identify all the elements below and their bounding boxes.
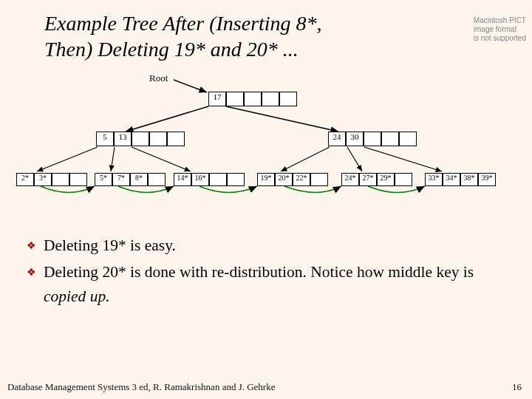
leaf-f: 33*34*38*39* bbox=[425, 173, 496, 186]
bullet-2-text: Deleting 20* is done with re-distributio… bbox=[44, 260, 514, 308]
svg-line-1 bbox=[126, 106, 208, 132]
inner-right: 2430 bbox=[328, 132, 417, 146]
root-node: 17 bbox=[208, 92, 297, 106]
inner-left: 513 bbox=[96, 132, 185, 146]
bullet-1-text: Deleting 19* is easy. bbox=[44, 233, 176, 257]
bullet-1: ❖ Deleting 19* is easy. bbox=[27, 233, 514, 257]
leaf-e: 24*27*29* bbox=[341, 173, 412, 186]
svg-line-5 bbox=[132, 147, 191, 171]
svg-line-8 bbox=[364, 147, 442, 171]
diamond-icon: ❖ bbox=[27, 265, 36, 280]
pict-placeholder: Macintosh PICTimage formatis not support… bbox=[474, 16, 526, 43]
copied-up-emph: copied up. bbox=[44, 287, 110, 305]
root-label: Root bbox=[149, 72, 168, 84]
title-line2: Then) Deleting 19* and 20* ... bbox=[44, 38, 299, 61]
svg-line-4 bbox=[111, 147, 115, 171]
svg-line-6 bbox=[281, 147, 330, 171]
page-number: 16 bbox=[512, 381, 522, 393]
leaf-a: 2*3* bbox=[16, 173, 87, 186]
leaf-b: 5*7*8* bbox=[95, 173, 166, 186]
title-line1: Example Tree After (Inserting 8*, bbox=[44, 12, 322, 35]
svg-line-7 bbox=[347, 147, 362, 171]
footer-left: Database Management Systems 3 ed, R. Ram… bbox=[7, 381, 275, 393]
leaf-c: 14*16* bbox=[174, 173, 245, 186]
svg-line-2 bbox=[226, 106, 338, 132]
diamond-icon: ❖ bbox=[27, 238, 36, 253]
tree-diagram: Root 17 513 2430 2*3* 5*7*8* 14*16* 19*2… bbox=[0, 62, 532, 225]
bullet-2: ❖ Deleting 20* is done with re-distribut… bbox=[27, 260, 514, 308]
page-title: Example Tree After (Inserting 8*, Then) … bbox=[0, 0, 532, 62]
svg-line-3 bbox=[37, 147, 98, 171]
leaf-d: 19*20*22* bbox=[257, 173, 328, 186]
svg-line-0 bbox=[174, 80, 207, 92]
bullet-list: ❖ Deleting 19* is easy. ❖ Deleting 20* i… bbox=[0, 225, 532, 308]
tree-edges bbox=[0, 62, 532, 225]
